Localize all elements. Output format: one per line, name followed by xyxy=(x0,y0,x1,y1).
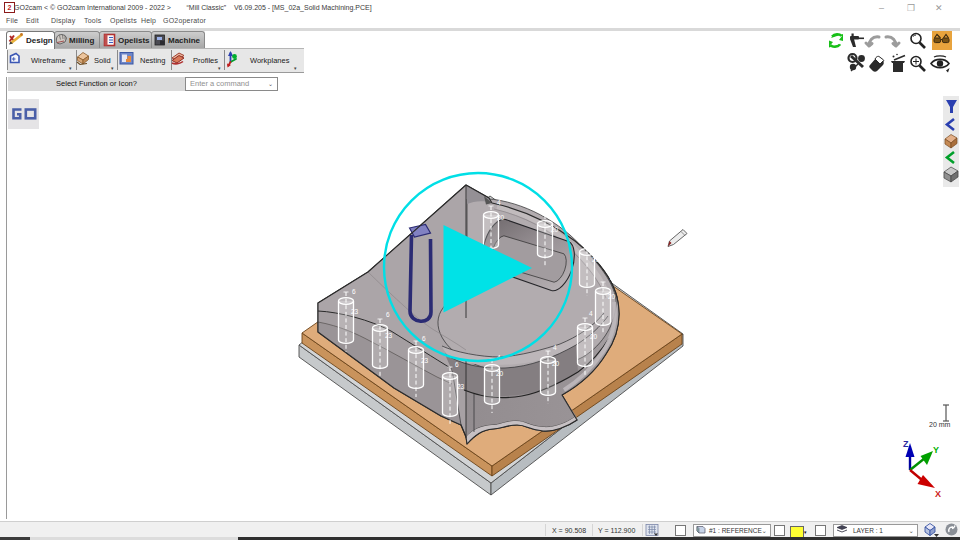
svg-text:20: 20 xyxy=(608,293,616,300)
svg-text:23: 23 xyxy=(385,332,393,339)
svg-text:20: 20 xyxy=(590,333,598,340)
svg-text:20: 20 xyxy=(497,214,505,221)
svg-text:20: 20 xyxy=(552,360,560,367)
svg-text:6: 6 xyxy=(352,288,356,295)
svg-text:23: 23 xyxy=(421,357,429,364)
svg-text:20 mm: 20 mm xyxy=(929,421,951,428)
svg-text:4: 4 xyxy=(553,344,557,351)
svg-text:4: 4 xyxy=(610,275,614,282)
svg-text:X: X xyxy=(935,489,941,499)
svg-text:20: 20 xyxy=(551,226,559,233)
svg-text:6: 6 xyxy=(386,311,390,318)
svg-text:20: 20 xyxy=(592,256,600,263)
svg-text:4: 4 xyxy=(589,310,593,317)
svg-text:20: 20 xyxy=(496,370,504,377)
svg-text:4: 4 xyxy=(594,236,598,243)
svg-text:4: 4 xyxy=(497,199,501,206)
svg-text:Z: Z xyxy=(903,439,909,449)
svg-text:6: 6 xyxy=(422,335,426,342)
svg-text:6: 6 xyxy=(455,361,459,368)
svg-text:23: 23 xyxy=(351,308,359,315)
svg-text:Y: Y xyxy=(933,445,939,455)
svg-text:23: 23 xyxy=(457,383,465,390)
